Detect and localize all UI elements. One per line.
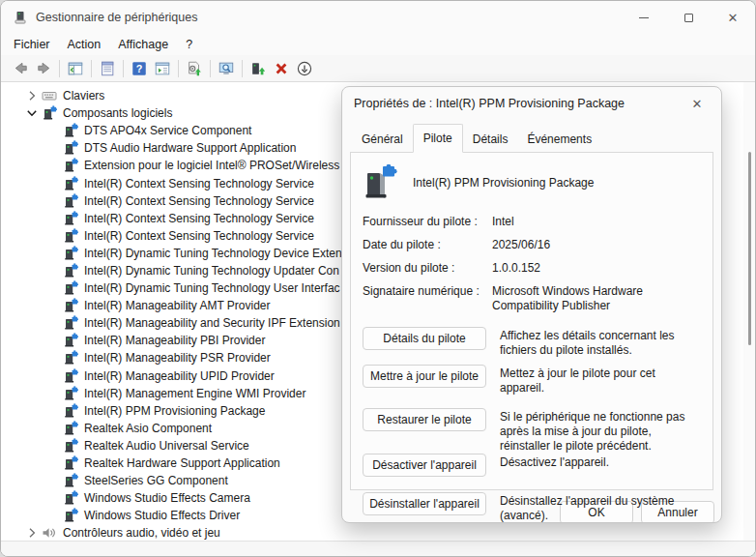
software-component-icon	[63, 315, 78, 331]
software-component-icon	[63, 473, 78, 488]
add-drivers-icon[interactable]	[183, 57, 206, 80]
tree-item-label: Intel(R) Manageability and Security IPF …	[83, 316, 340, 330]
toolbar-separator	[242, 60, 243, 77]
tree-item-label: Intel(R) Context Sensing Technology Serv…	[83, 212, 314, 225]
toolbar: ?	[1, 55, 755, 82]
tab-details[interactable]: Détails	[463, 127, 518, 153]
forward-icon[interactable]	[32, 57, 55, 80]
title-bar: Gestionnaire de périphériques ✕	[1, 1, 755, 34]
tree-item-label: Realtek Hardware Support Application	[83, 456, 280, 470]
software-component-icon	[363, 164, 399, 201]
field-driver-provider: Fournisseur du pilote : Intel	[363, 215, 701, 229]
keyboard-icon	[42, 88, 57, 103]
field-digital-signer: Signataire numérique : Microsoft Windows…	[363, 284, 701, 313]
uninstall-device-icon[interactable]	[270, 57, 293, 80]
software-component-icon	[63, 211, 78, 226]
update-driver-icon[interactable]	[247, 57, 270, 80]
menu-fichier[interactable]: Fichier	[5, 36, 59, 53]
dialog-close-icon[interactable]: ✕	[683, 92, 712, 115]
chevron-right-icon[interactable]	[24, 525, 40, 541]
vertical-scrollbar[interactable]	[743, 82, 755, 541]
tab-evenements[interactable]: Événements	[517, 127, 601, 153]
tree-item-label: Intel(R) Manageability UPID Provider	[83, 369, 275, 383]
software-component-icon	[63, 158, 78, 173]
software-component-icon	[63, 280, 78, 296]
toolbar-separator	[178, 60, 179, 77]
tree-item-label: DTS APO4x Service Component	[83, 124, 251, 137]
tree-item-label: Intel(R) Manageability AMT Provider	[83, 299, 271, 312]
update-driver-button[interactable]: Mettre à jour le pilote	[363, 365, 486, 388]
chevron-down-icon[interactable]	[24, 105, 40, 121]
driver-tab-page: Intel(R) PPM Provisioning Package Fourni…	[350, 152, 713, 490]
properties-dialog: Propriétés de : Intel(R) PPM Provisionin…	[341, 86, 722, 523]
software-component-icon	[63, 368, 78, 384]
action-roll-back-driver: Restaurer le pilote Si le périphérique n…	[363, 408, 701, 454]
software-component-icon	[63, 123, 78, 138]
tree-item-label: Contrôleurs audio, vidéo et jeu	[62, 526, 220, 540]
toolbar-separator	[59, 60, 60, 77]
tree-item-label: Windows Studio Effects Camera	[83, 491, 250, 505]
scan-hardware-changes-icon[interactable]	[215, 57, 238, 80]
action-disable-device: Désactiver l'appareil Désactivez l'appar…	[363, 454, 701, 477]
menu-help[interactable]: ?	[177, 36, 201, 53]
software-component-icon	[63, 228, 78, 244]
action-update-driver: Mettre à jour le pilote Mettez à jour le…	[363, 365, 701, 396]
tree-item-label: Intel(R) Manageability PSR Provider	[83, 351, 271, 365]
software-component-icon	[63, 421, 78, 436]
action-driver-details: Détails du pilote Affichez les détails c…	[363, 327, 701, 358]
tree-item-label: Realtek Asio Component	[83, 422, 212, 435]
chevron-right-icon[interactable]	[24, 88, 40, 103]
properties-icon[interactable]	[96, 57, 119, 80]
action-uninstall-device: Désinstaller l'appareil Désinstallez l'a…	[363, 492, 701, 523]
tree-item-label: Intel(R) Context Sensing Technology Serv…	[83, 194, 314, 208]
scrollbar-thumb[interactable]	[748, 152, 751, 345]
tree-item-label: Composants logiciels	[62, 106, 172, 120]
help-icon[interactable]: ?	[128, 57, 151, 80]
software-component-icon	[63, 490, 78, 506]
uninstall-device-button[interactable]: Désinstaller l'appareil	[363, 492, 486, 515]
dialog-tabs: Général Pilote Détails Événements	[352, 124, 721, 152]
tree-item-label: Claviers	[62, 89, 104, 103]
device-manager-window: Gestionnaire de périphériques ✕ Fichier …	[0, 0, 756, 557]
console-tree-icon[interactable]	[64, 57, 87, 80]
software-component-icon	[63, 333, 78, 348]
maximize-icon[interactable]	[666, 1, 711, 34]
roll-back-driver-button[interactable]: Restaurer le pilote	[363, 408, 486, 431]
software-component-icon	[63, 193, 78, 209]
menu-affichage[interactable]: Affichage	[109, 36, 177, 53]
software-component-icon	[63, 438, 78, 454]
software-component-icon	[63, 298, 78, 313]
disable-device-button[interactable]: Désactiver l'appareil	[363, 454, 486, 477]
audio-icon	[42, 525, 57, 541]
tree-item-label: SteelSeries GG Component	[83, 474, 228, 487]
status-bar	[1, 541, 755, 557]
tree-item-label: Intel(R) PPM Provisioning Package	[83, 404, 265, 418]
dialog-title: Propriétés de : Intel(R) PPM Provisionin…	[354, 97, 625, 110]
software-component-icon	[63, 176, 78, 191]
software-component-icon	[63, 140, 78, 156]
toolbar-separator	[123, 60, 124, 77]
software-component-icon	[63, 508, 78, 523]
tree-item-label: Intel(R) Dynamic Tuning Technology Devic…	[83, 247, 342, 260]
window-title: Gestionnaire de périphériques	[36, 11, 197, 24]
close-icon[interactable]: ✕	[711, 1, 755, 34]
disable-device-icon[interactable]	[293, 57, 316, 80]
driver-details-button[interactable]: Détails du pilote	[363, 327, 486, 350]
device-manager-app-icon	[13, 10, 28, 25]
software-component-icon	[63, 455, 78, 471]
software-component-icon	[63, 403, 78, 419]
action-pane-icon[interactable]	[151, 57, 174, 80]
tab-pilote[interactable]: Pilote	[413, 124, 463, 153]
svg-text:?: ?	[136, 63, 143, 74]
device-name: Intel(R) PPM Provisioning Package	[413, 176, 594, 190]
tree-item[interactable]: Contrôleurs audio, vidéo et jeu	[1, 524, 755, 541]
tab-general[interactable]: Général	[352, 127, 413, 153]
menu-action[interactable]: Action	[59, 36, 110, 53]
tree-item-label: Intel(R) Dynamic Tuning Technology User …	[83, 281, 340, 295]
tree-item-label: Extension pour le logiciel Intel® PROSet…	[83, 159, 339, 172]
back-icon[interactable]	[9, 57, 32, 80]
toolbar-separator	[91, 60, 92, 77]
tree-item-label: Realtek Audio Universal Service	[83, 439, 249, 453]
minimize-icon[interactable]	[622, 1, 666, 34]
dialog-title-bar: Propriétés de : Intel(R) PPM Provisionin…	[342, 87, 721, 120]
